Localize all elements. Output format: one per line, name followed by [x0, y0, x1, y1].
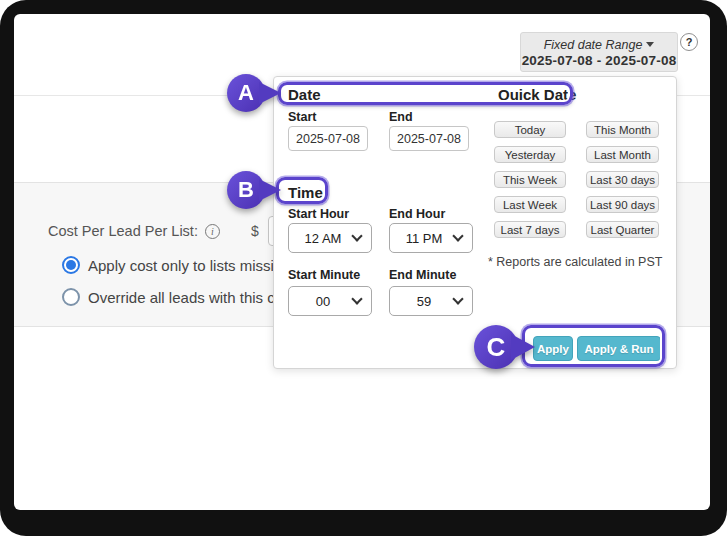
quick-date-last-week[interactable]: Last Week — [494, 196, 566, 213]
help-icon[interactable]: ? — [680, 33, 698, 51]
start-date-label: Start — [288, 110, 316, 124]
quick-date-last-quarter[interactable]: Last Quarter — [586, 221, 659, 238]
app-window: Fixed date Range 2025-07-08 - 2025-07-08… — [14, 14, 710, 510]
quick-date-last-month[interactable]: Last Month — [586, 146, 659, 163]
fixed-date-range-value: 2025-07-08 - 2025-07-08 — [521, 53, 677, 68]
end-date-label: End — [389, 110, 413, 124]
end-minute-select[interactable]: 59 — [389, 286, 473, 316]
end-hour-label: End Hour — [389, 207, 445, 221]
end-minute-label: End Minute — [389, 268, 456, 282]
fixed-date-range-label: Fixed date Range — [521, 38, 677, 52]
fixed-date-range-dropdown[interactable]: Fixed date Range 2025-07-08 - 2025-07-08 — [520, 32, 678, 72]
apply-and-run-button[interactable]: Apply & Run — [577, 336, 661, 361]
quick-date-this-month[interactable]: This Month — [586, 121, 659, 138]
start-date-input[interactable]: 2025-07-08 — [288, 126, 368, 151]
quick-date-last-7-days[interactable]: Last 7 days — [494, 221, 566, 238]
cost-per-lead-row: Cost Per Lead Per List: i — [48, 221, 220, 241]
apply-button[interactable]: Apply — [533, 336, 573, 361]
chevron-down-icon — [646, 42, 654, 47]
info-icon[interactable]: i — [205, 224, 220, 239]
end-hour-select[interactable]: 11 PM — [389, 223, 473, 253]
pst-note: * Reports are calculated in PST — [488, 255, 662, 269]
quick-date-today[interactable]: Today — [494, 121, 566, 138]
radio-unselected-icon[interactable] — [62, 288, 80, 306]
quick-date-last-90-days[interactable]: Last 90 days — [586, 196, 659, 213]
date-section-header: Date — [288, 86, 321, 103]
start-minute-label: Start Minute — [288, 268, 360, 282]
date-time-picker-panel: Date Quick Date Start End 2025-07-08 202… — [273, 76, 677, 369]
screenshot-frame: Fixed date Range 2025-07-08 - 2025-07-08… — [0, 0, 727, 536]
quick-date-section-header: Quick Date — [498, 86, 576, 103]
start-minute-select[interactable]: 00 — [288, 286, 372, 316]
annotation-letter-a: A — [227, 74, 265, 112]
end-date-input[interactable]: 2025-07-08 — [389, 126, 469, 151]
annotation-balloon-a: A — [227, 74, 265, 112]
time-section-header: Time — [288, 184, 323, 201]
radio-selected-icon[interactable] — [62, 256, 80, 274]
radio-dot — [66, 260, 76, 270]
cost-per-lead-label: Cost Per Lead Per List: — [48, 223, 198, 239]
quick-date-last-30-days[interactable]: Last 30 days — [586, 171, 659, 188]
quick-date-this-week[interactable]: This Week — [494, 171, 566, 188]
quick-date-yesterday[interactable]: Yesterday — [494, 146, 566, 163]
fixed-date-range-text: Fixed date Range — [544, 38, 643, 52]
radio-option-override-all[interactable]: Override all leads with this cost (f — [62, 288, 308, 306]
currency-symbol: $ — [251, 221, 259, 241]
start-hour-select[interactable]: 12 AM — [288, 223, 372, 253]
start-hour-label: Start Hour — [288, 207, 349, 221]
